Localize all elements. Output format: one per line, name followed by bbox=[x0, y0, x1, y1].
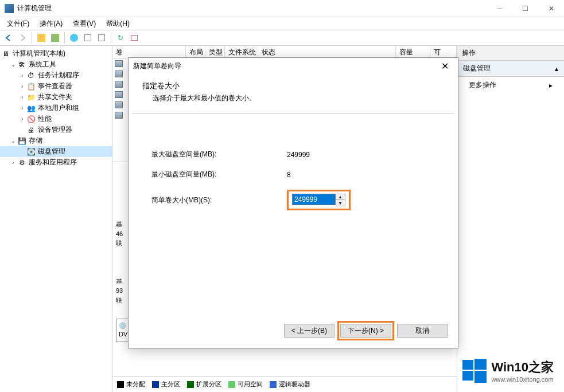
expand-icon[interactable]: › bbox=[18, 94, 26, 100]
svg-rect-3 bbox=[474, 371, 487, 383]
tree-label: 计算机管理(本地) bbox=[13, 49, 65, 58]
tree-label: 设备管理器 bbox=[38, 125, 72, 135]
actions-more[interactable]: 更多操作 ▸ bbox=[457, 77, 564, 93]
legend-logical: 逻辑驱动器 bbox=[270, 380, 310, 389]
app-icon bbox=[5, 4, 14, 13]
perf-icon: 🚫 bbox=[26, 115, 36, 124]
tree-label: 共享文件夹 bbox=[38, 92, 72, 102]
maximize-button[interactable]: ☐ bbox=[512, 0, 538, 17]
menu-file[interactable]: 文件(F) bbox=[2, 18, 34, 30]
legend-extended: 扩展分区 bbox=[187, 380, 221, 389]
volume-icon bbox=[115, 60, 123, 67]
col-type[interactable]: 类型 bbox=[205, 46, 225, 58]
tree-root[interactable]: 🖥 计算机管理(本地) bbox=[0, 48, 112, 59]
volume-icon bbox=[115, 112, 123, 119]
expand-icon[interactable]: › bbox=[9, 159, 17, 166]
folder-icon: 📁 bbox=[26, 93, 36, 102]
tree-performance[interactable]: › 🚫 性能 bbox=[0, 113, 112, 124]
menu-action[interactable]: 操作(A) bbox=[35, 18, 67, 30]
dialog-close-button[interactable]: ✕ bbox=[436, 61, 453, 72]
watermark-url: www.win10xitong.com bbox=[491, 376, 554, 383]
tool-button-3[interactable] bbox=[81, 32, 94, 44]
volume-icon bbox=[115, 81, 123, 88]
disk-icon: 💽 bbox=[26, 147, 36, 156]
forward-button[interactable] bbox=[16, 32, 29, 44]
cancel-button[interactable]: 取消 bbox=[397, 324, 448, 338]
collapse-icon[interactable]: ⌄ bbox=[9, 61, 17, 68]
clock-icon: ⏱ bbox=[26, 71, 36, 80]
cdrom-icon: 💿 bbox=[119, 322, 127, 330]
tree-label: 磁盘管理 bbox=[38, 147, 65, 156]
tree-device-manager[interactable]: 🖨 设备管理器 bbox=[0, 124, 112, 135]
tool-button-2[interactable] bbox=[49, 32, 61, 44]
col-status[interactable]: 状态 bbox=[258, 46, 396, 58]
actions-header: 操作 bbox=[457, 46, 564, 61]
actions-section-disk[interactable]: 磁盘管理 ▴ bbox=[457, 61, 564, 77]
windows-logo-icon bbox=[462, 359, 487, 383]
tree-storage[interactable]: ⌄ 💾 存储 bbox=[0, 135, 112, 146]
col-volume[interactable]: 卷 bbox=[112, 46, 186, 58]
window-controls: ─ ☐ ✕ bbox=[487, 0, 564, 17]
tree-label: 事件查看器 bbox=[38, 81, 72, 91]
tree-label: 任务计划程序 bbox=[38, 70, 79, 80]
tree-label: 系统工具 bbox=[29, 60, 56, 69]
storage-icon: 💾 bbox=[17, 136, 26, 146]
tool-button-4[interactable] bbox=[95, 32, 108, 44]
tree-event-viewer[interactable]: › 📋 事件查看器 bbox=[0, 81, 112, 92]
volume-size-input[interactable] bbox=[292, 194, 336, 205]
tool-button-1[interactable] bbox=[35, 32, 48, 44]
expand-icon[interactable]: › bbox=[18, 116, 26, 122]
window-titlebar: 计算机管理 ─ ☐ ✕ bbox=[0, 0, 564, 17]
next-button[interactable]: 下一步(N) > bbox=[340, 324, 391, 338]
event-icon: 📋 bbox=[26, 82, 36, 91]
legend: 未分配 主分区 扩展分区 可用空间 逻辑驱动器 bbox=[112, 376, 457, 392]
expand-icon[interactable]: › bbox=[18, 105, 26, 111]
svg-rect-0 bbox=[462, 360, 473, 370]
menu-bar: 文件(F) 操作(A) 查看(V) 帮助(H) bbox=[0, 17, 564, 30]
dialog-subheading: 选择介于最大和最小值的卷大小。 bbox=[142, 93, 444, 103]
legend-primary: 主分区 bbox=[152, 380, 180, 389]
col-available[interactable]: 可 bbox=[430, 46, 457, 58]
volume-size-label: 简单卷大小(MB)(S): bbox=[151, 195, 287, 205]
tree-disk-management[interactable]: 💽 磁盘管理 bbox=[0, 146, 112, 157]
toolbar: ↻ bbox=[0, 30, 564, 46]
refresh-button[interactable]: ↻ bbox=[114, 32, 127, 44]
navigation-tree: 🖥 计算机管理(本地) ⌄ 🛠 系统工具 › ⏱ 任务计划程序 › 📋 事件查看… bbox=[0, 46, 112, 392]
tree-shared-folders[interactable]: › 📁 共享文件夹 bbox=[0, 92, 112, 103]
tool-button-5[interactable] bbox=[128, 32, 141, 44]
actions-panel: 操作 磁盘管理 ▴ 更多操作 ▸ bbox=[457, 46, 564, 392]
col-capacity[interactable]: 容量 bbox=[396, 46, 430, 58]
menu-help[interactable]: 帮助(H) bbox=[102, 18, 134, 30]
watermark: Win10之家 www.win10xitong.com bbox=[462, 359, 554, 383]
close-button[interactable]: ✕ bbox=[538, 0, 564, 17]
help-button[interactable] bbox=[68, 32, 80, 44]
collapse-icon[interactable]: ⌄ bbox=[9, 138, 17, 144]
legend-unallocated: 未分配 bbox=[117, 380, 145, 389]
back-button[interactable]: < 上一步(B) bbox=[284, 324, 334, 338]
volume-icon bbox=[115, 91, 123, 98]
tree-label: 性能 bbox=[38, 114, 52, 124]
dialog-title: 新建简单卷向导 bbox=[133, 61, 181, 71]
tree-local-users[interactable]: › 👥 本地用户和组 bbox=[0, 103, 112, 113]
expand-icon[interactable]: › bbox=[18, 83, 26, 89]
menu-view[interactable]: 查看(V) bbox=[68, 18, 100, 30]
svg-rect-2 bbox=[462, 371, 473, 381]
min-space-value: 8 bbox=[287, 171, 291, 179]
window-title: 计算机管理 bbox=[17, 3, 487, 13]
computer-icon: 🖥 bbox=[1, 49, 10, 58]
minimize-button[interactable]: ─ bbox=[487, 0, 512, 17]
back-button[interactable] bbox=[2, 32, 15, 44]
tree-services-apps[interactable]: › ⚙ 服务和应用程序 bbox=[0, 157, 112, 168]
col-layout[interactable]: 布局 bbox=[186, 46, 205, 58]
spinner-up-button[interactable]: ▲ bbox=[336, 194, 345, 200]
tree-system-tools[interactable]: ⌄ 🛠 系统工具 bbox=[0, 59, 112, 70]
volume-list-header: 卷 布局 类型 文件系统 状态 容量 可 bbox=[112, 46, 457, 58]
max-space-label: 最大磁盘空间量(MB): bbox=[151, 150, 287, 159]
dialog-titlebar: 新建简单卷向导 ✕ bbox=[129, 58, 458, 74]
col-filesystem[interactable]: 文件系统 bbox=[225, 46, 258, 58]
expand-icon[interactable]: › bbox=[18, 72, 26, 79]
tree-task-scheduler[interactable]: › ⏱ 任务计划程序 bbox=[0, 70, 112, 81]
spinner-down-button[interactable]: ▼ bbox=[336, 200, 345, 206]
users-icon: 👥 bbox=[26, 104, 36, 113]
max-space-value: 249999 bbox=[287, 151, 310, 159]
